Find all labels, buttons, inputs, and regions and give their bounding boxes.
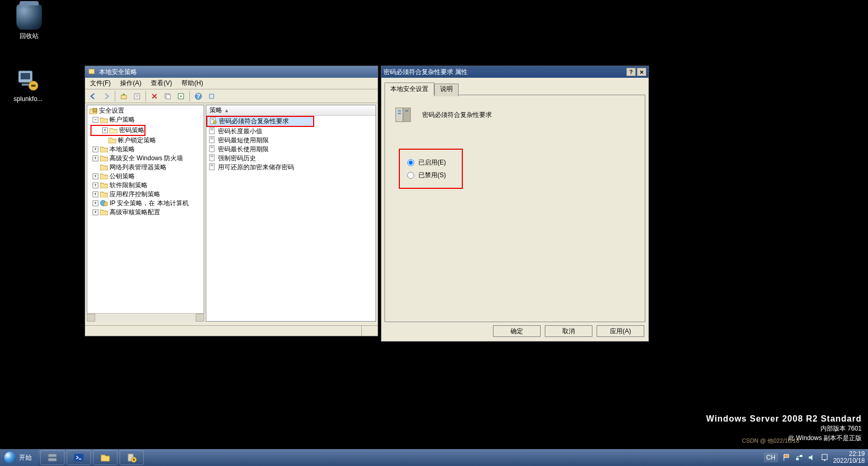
- policy-icon: [208, 127, 216, 136]
- tabs: 本地安全设置 说明: [385, 82, 645, 95]
- tab-explain[interactable]: 说明: [434, 84, 459, 96]
- toolbar-delete-button[interactable]: [149, 90, 160, 102]
- menu-view[interactable]: 查看(V): [146, 77, 177, 89]
- svg-rect-34: [211, 156, 213, 156]
- tree-root[interactable]: 安全设置: [89, 106, 203, 115]
- tree-appctrl[interactable]: +应用程序控制策略: [89, 190, 203, 199]
- toggle-minus-icon[interactable]: −: [93, 117, 98, 123]
- menu-file[interactable]: 文件(F): [85, 77, 115, 89]
- toolbar-properties-button[interactable]: [131, 90, 143, 102]
- list-item[interactable]: 密码最长使用期限: [206, 145, 376, 154]
- toggle-plus-icon[interactable]: +: [93, 200, 98, 206]
- tray-flag-icon[interactable]: [782, 453, 791, 462]
- radio-enabled-input[interactable]: [407, 159, 414, 166]
- taskbar-powershell[interactable]: [67, 450, 91, 465]
- tree-advaudit[interactable]: +高级审核策略配置: [89, 208, 203, 217]
- folder-icon: [100, 172, 108, 180]
- svg-rect-49: [133, 459, 135, 461]
- toggle-plus-icon[interactable]: +: [93, 156, 98, 161]
- tree-local-policies[interactable]: +本地策略: [89, 145, 203, 154]
- toggle-plus-icon[interactable]: +: [93, 173, 98, 179]
- svg-rect-31: [211, 147, 213, 147]
- svg-rect-51: [796, 458, 799, 460]
- tree-password-policy[interactable]: +密码策略: [92, 126, 144, 135]
- svg-rect-15: [209, 94, 214, 98]
- menu-help[interactable]: 帮助(H): [177, 77, 208, 89]
- tree-lockout-policy[interactable]: 帐户锁定策略: [89, 136, 203, 145]
- list-item[interactable]: 强制密码历史: [206, 154, 376, 163]
- svg-text:?: ?: [196, 93, 200, 100]
- toolbar-back-button[interactable]: [87, 90, 99, 102]
- window-local-security-policy: 本地安全策略 文件(F) 操作(A) 查看(V) 帮助(H) ? 安全设置 −帐…: [85, 66, 378, 336]
- toggle-plus-icon[interactable]: +: [102, 127, 108, 133]
- taskbar-server-manager[interactable]: [40, 450, 65, 465]
- desktop-icon-recycle-bin[interactable]: 回收站: [11, 4, 48, 41]
- toggle-plus-icon[interactable]: +: [93, 191, 98, 197]
- list-item-label: 密码必须符合复杂性要求: [219, 117, 289, 126]
- toggle-plus-icon[interactable]: +: [93, 209, 98, 215]
- policy-list: 策略▲ 密码必须符合复杂性要求 密码长度最小值 密码最短使用期限 密码最长使用期…: [206, 105, 376, 322]
- secpol-icon: [88, 68, 96, 77]
- apply-button[interactable]: 应用(A): [597, 325, 644, 337]
- policy-icon: [208, 163, 216, 172]
- scroll-right-button[interactable]: [196, 314, 204, 322]
- toolbar-help-button[interactable]: ?: [193, 90, 204, 102]
- folder-icon: [100, 190, 108, 198]
- close-button[interactable]: ✕: [637, 68, 646, 76]
- dialog-title: 密码必须符合复杂性要求 属性: [383, 68, 468, 77]
- list-item[interactable]: 密码必须符合复杂性要求: [207, 117, 313, 126]
- tree-hscrollbar[interactable]: [87, 313, 204, 322]
- titlebar-dialog[interactable]: 密码必须符合复杂性要求 属性 ? ✕: [381, 66, 648, 78]
- taskbar-clock[interactable]: 22:19 2022/10/18: [833, 451, 865, 464]
- tray-volume-icon[interactable]: [808, 453, 816, 462]
- tree-ipsec[interactable]: +IP 安全策略，在 本地计算机: [89, 199, 203, 208]
- radio-disabled-input[interactable]: [407, 172, 414, 179]
- language-indicator[interactable]: CH: [764, 453, 778, 462]
- list-item-label: 密码最长使用期限: [218, 145, 269, 154]
- svg-rect-4: [31, 85, 35, 87]
- security-root-icon: [89, 107, 97, 115]
- list-item[interactable]: 用可还原的加密来储存密码: [206, 163, 376, 172]
- tree-nlm[interactable]: 网络列表管理器策略: [89, 163, 203, 172]
- list-item[interactable]: 密码长度最小值: [206, 127, 376, 136]
- taskbar-secpol[interactable]: [120, 450, 144, 465]
- svg-rect-28: [211, 138, 213, 138]
- tree-wfas[interactable]: +高级安全 Windows 防火墙: [89, 154, 203, 163]
- tray-action-center-icon[interactable]: [820, 453, 829, 462]
- svg-rect-32: [211, 148, 213, 148]
- tree-pane[interactable]: 安全设置 −帐户策略 +密码策略 帐户锁定策略 +本地策略 +高级安全 Wind…: [87, 105, 204, 322]
- list-item-label: 用可还原的加密来储存密码: [218, 163, 294, 172]
- tab-local-security[interactable]: 本地安全设置: [385, 83, 434, 95]
- cancel-button[interactable]: 取消: [545, 325, 592, 337]
- ok-button[interactable]: 确定: [493, 325, 541, 337]
- toolbar-refresh-button[interactable]: [206, 90, 217, 102]
- tray-network-icon[interactable]: [795, 453, 803, 462]
- tree-account-policies[interactable]: −帐户策略: [89, 115, 203, 124]
- toolbar-up-button[interactable]: [118, 90, 130, 102]
- scroll-left-button[interactable]: [87, 314, 95, 322]
- start-button[interactable]: 开始: [0, 449, 38, 466]
- csdn-watermark: CSDN @ 他022/10/18: [742, 437, 799, 445]
- radio-enabled[interactable]: 已启用(E): [407, 156, 446, 169]
- list-item-label: 强制密码历史: [218, 154, 256, 163]
- toggle-plus-icon[interactable]: +: [93, 147, 98, 152]
- taskbar-explorer[interactable]: [93, 450, 117, 465]
- list-header-policy[interactable]: 策略▲: [206, 105, 376, 116]
- toolbar-forward-button[interactable]: [100, 90, 112, 102]
- menu-action[interactable]: 操作(A): [115, 77, 146, 89]
- list-item[interactable]: 密码最短使用期限: [206, 136, 376, 145]
- folder-icon: [100, 154, 108, 162]
- toggle-plus-icon[interactable]: +: [93, 182, 98, 188]
- folder-icon: [100, 163, 108, 171]
- titlebar-secpol[interactable]: 本地安全策略: [85, 66, 378, 78]
- folder-icon: [108, 136, 116, 144]
- help-button[interactable]: ?: [626, 68, 636, 76]
- desktop-icon-splunk[interactable]: splunkfo...: [10, 68, 47, 103]
- tree-pubkey[interactable]: +公钥策略: [89, 172, 203, 181]
- svg-rect-25: [211, 129, 213, 129]
- toolbar-export-button[interactable]: [175, 90, 187, 102]
- toolbar-copy-button[interactable]: [162, 90, 173, 102]
- radio-disabled[interactable]: 已禁用(S): [407, 169, 446, 181]
- clock-date: 2022/10/18: [833, 458, 865, 464]
- tree-srp[interactable]: +软件限制策略: [89, 181, 203, 190]
